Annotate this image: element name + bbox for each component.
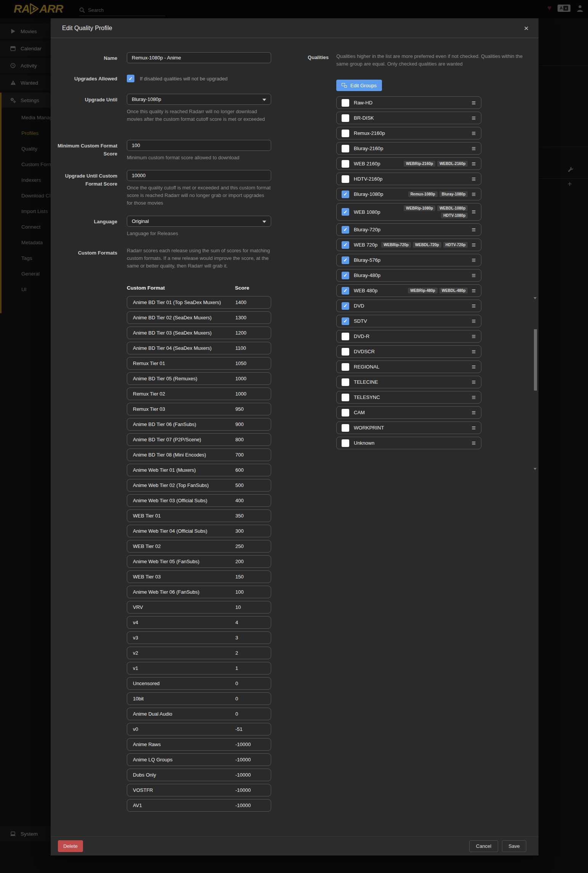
drag-handle-icon[interactable]: ≡ [471, 379, 476, 386]
quality-checkbox[interactable] [342, 160, 349, 168]
upgrade-until-select[interactable]: Bluray-1080p [127, 94, 271, 105]
quality-row[interactable]: WEB 2160pWEBRip-2160pWEBDL-2160p≡ [336, 157, 481, 170]
drag-handle-icon[interactable]: ≡ [471, 257, 476, 264]
custom-format-row[interactable]: Anime BD Tier 01 (Top SeaDex Muxers)1400 [127, 296, 271, 309]
drag-handle-icon[interactable]: ≡ [471, 272, 476, 279]
quality-row[interactable]: Bluray-2160p≡ [336, 142, 481, 155]
drag-handle-icon[interactable]: ≡ [471, 287, 476, 294]
quality-checkbox[interactable] [342, 348, 349, 356]
custom-format-row[interactable]: AV1-10000 [127, 799, 271, 812]
modal-scrollbar-thumb[interactable] [534, 329, 537, 391]
quality-checkbox[interactable]: ✓ [342, 302, 349, 310]
quality-row[interactable]: Raw-HD≡ [336, 96, 481, 109]
custom-format-row[interactable]: v33 [127, 631, 271, 644]
upgrade-until-cfs-input[interactable]: 10000 [127, 170, 271, 181]
quality-checkbox[interactable]: ✓ [342, 256, 349, 264]
drag-handle-icon[interactable]: ≡ [471, 160, 476, 167]
name-input[interactable]: Remux-1080p - Anime [127, 52, 271, 63]
custom-format-row[interactable]: WEB Tier 02250 [127, 540, 271, 553]
drag-handle-icon[interactable]: ≡ [471, 364, 476, 370]
quality-row[interactable]: ✓WEB 720pWEBRip-720pWEBDL-720pHDTV-720p≡ [336, 239, 481, 251]
custom-format-row[interactable]: v11 [127, 662, 271, 674]
quality-row[interactable]: WORKPRINT≡ [336, 421, 481, 434]
quality-row[interactable]: ✓Bluray-1080pRemux-1080pBluray-1080p≡ [336, 188, 481, 200]
custom-format-row[interactable]: Anime BD Tier 07 (P2P/Scene)800 [127, 433, 271, 446]
quality-row[interactable]: ✓WEB 480pWEBRip-480pWEBDL-480p≡ [336, 284, 481, 297]
quality-row[interactable]: REGIONAL≡ [336, 360, 481, 373]
quality-checkbox[interactable]: ✓ [342, 191, 349, 198]
custom-format-row[interactable]: Uncensored0 [127, 677, 271, 690]
drag-handle-icon[interactable]: ≡ [471, 348, 476, 355]
quality-checkbox[interactable] [342, 333, 349, 340]
edit-groups-button[interactable]: Edit Groups [336, 80, 382, 91]
delete-button[interactable]: Delete [58, 840, 83, 852]
drag-handle-icon[interactable]: ≡ [471, 191, 476, 198]
custom-format-row[interactable]: Anime Web Tier 01 (Muxers)600 [127, 464, 271, 476]
quality-row[interactable]: ✓DVD≡ [336, 300, 481, 312]
quality-row[interactable]: ✓Bluray-576p≡ [336, 254, 481, 266]
quality-row[interactable]: DVD-R≡ [336, 330, 481, 343]
custom-format-row[interactable]: Remux Tier 011050 [127, 357, 271, 370]
quality-checkbox[interactable] [342, 99, 349, 107]
close-icon[interactable]: × [521, 23, 532, 34]
quality-row[interactable]: ✓WEB 1080pWEBRip-1080pWEBDL-1080pHDTV-10… [336, 203, 481, 221]
custom-format-row[interactable]: Anime Web Tier 03 (Official Subs)400 [127, 494, 271, 507]
quality-checkbox[interactable] [342, 409, 349, 416]
drag-handle-icon[interactable]: ≡ [471, 333, 476, 340]
quality-row[interactable]: TELESYNC≡ [336, 391, 481, 404]
min-cfs-input[interactable]: 100 [127, 140, 271, 151]
drag-handle-icon[interactable]: ≡ [471, 409, 476, 416]
custom-format-row[interactable]: Anime Web Tier 06 (FanSubs)100 [127, 586, 271, 598]
custom-format-row[interactable]: v44 [127, 616, 271, 629]
drag-handle-icon[interactable]: ≡ [471, 208, 476, 215]
custom-format-row[interactable]: Anime Web Tier 04 (Official Subs)300 [127, 525, 271, 537]
drag-handle-icon[interactable]: ≡ [471, 176, 476, 183]
drag-handle-icon[interactable]: ≡ [471, 318, 476, 325]
drag-handle-icon[interactable]: ≡ [471, 440, 476, 447]
custom-format-row[interactable]: Anime LQ Groups-10000 [127, 753, 271, 766]
custom-format-row[interactable]: Dubs Only-10000 [127, 769, 271, 781]
quality-row[interactable]: ✓Bluray-720p≡ [336, 223, 481, 236]
quality-row[interactable]: HDTV-2160p≡ [336, 173, 481, 185]
custom-format-row[interactable]: Remux Tier 03950 [127, 403, 271, 415]
language-select[interactable]: Original [127, 216, 271, 227]
custom-format-row[interactable]: VOSTFR-10000 [127, 784, 271, 796]
upgrades-allowed-checkbox[interactable]: ✓ [127, 75, 134, 82]
custom-format-row[interactable]: v0-51 [127, 723, 271, 735]
custom-format-row[interactable]: Anime BD Tier 05 (Remuxes)1000 [127, 372, 271, 385]
drag-handle-icon[interactable]: ≡ [471, 394, 476, 401]
drag-handle-icon[interactable]: ≡ [471, 130, 476, 137]
quality-checkbox[interactable] [342, 363, 349, 371]
custom-format-row[interactable]: Anime BD Tier 02 (SeaDex Muxers)1300 [127, 311, 271, 324]
custom-format-row[interactable]: Anime BD Tier 04 (SeaDex Muxers)1100 [127, 342, 271, 354]
quality-row[interactable]: Remux-2160p≡ [336, 127, 481, 139]
quality-row[interactable]: ✓SDTV≡ [336, 315, 481, 327]
drag-handle-icon[interactable]: ≡ [471, 145, 476, 152]
quality-row[interactable]: BR-DISK≡ [336, 112, 481, 124]
quality-checkbox[interactable] [342, 130, 349, 137]
custom-format-row[interactable]: Anime BD Tier 06 (FanSubs)900 [127, 418, 271, 431]
quality-row[interactable]: ✓Bluray-480p≡ [336, 269, 481, 282]
custom-format-row[interactable]: Anime Raws-10000 [127, 738, 271, 751]
quality-checkbox[interactable]: ✓ [342, 241, 349, 249]
drag-handle-icon[interactable]: ≡ [471, 303, 476, 309]
quality-checkbox[interactable] [342, 175, 349, 183]
quality-checkbox[interactable]: ✓ [342, 208, 349, 216]
quality-checkbox[interactable] [342, 114, 349, 122]
custom-format-row[interactable]: VRV10 [127, 601, 271, 614]
drag-handle-icon[interactable]: ≡ [471, 115, 476, 122]
drag-handle-icon[interactable]: ≡ [471, 226, 476, 233]
quality-checkbox[interactable] [342, 145, 349, 152]
custom-format-row[interactable]: Anime Dual Audio0 [127, 708, 271, 720]
drag-handle-icon[interactable]: ≡ [471, 242, 476, 248]
cancel-button[interactable]: Cancel [469, 840, 498, 852]
custom-format-row[interactable]: Anime BD Tier 08 (Mini Encodes)700 [127, 449, 271, 461]
custom-format-row[interactable]: 10bit0 [127, 692, 271, 705]
save-button[interactable]: Save [502, 840, 526, 852]
quality-checkbox[interactable] [342, 378, 349, 386]
quality-checkbox[interactable]: ✓ [342, 317, 349, 325]
custom-format-row[interactable]: WEB Tier 01350 [127, 509, 271, 522]
quality-row[interactable]: Unknown≡ [336, 437, 481, 449]
custom-format-row[interactable]: v22 [127, 647, 271, 659]
quality-checkbox[interactable] [342, 424, 349, 432]
